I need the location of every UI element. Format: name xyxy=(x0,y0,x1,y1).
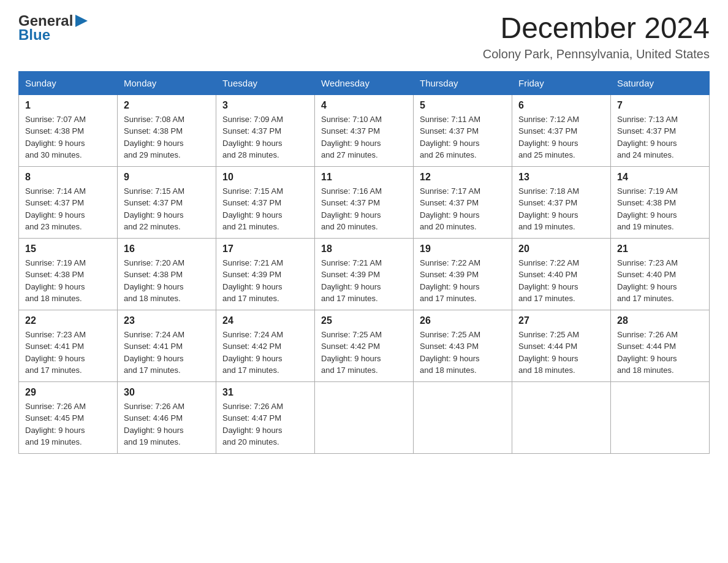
day-number: 26 xyxy=(420,315,506,326)
day-number: 27 xyxy=(518,315,604,326)
calendar-week-row: 1Sunrise: 7:07 AMSunset: 4:38 PMDaylight… xyxy=(19,94,710,166)
calendar-week-row: 29Sunrise: 7:26 AMSunset: 4:45 PMDayligh… xyxy=(19,381,710,453)
table-row: 13Sunrise: 7:18 AMSunset: 4:37 PMDayligh… xyxy=(512,166,611,238)
table-row: 26Sunrise: 7:25 AMSunset: 4:43 PMDayligh… xyxy=(414,310,512,381)
day-number: 4 xyxy=(321,100,407,111)
day-info: Sunrise: 7:15 AMSunset: 4:37 PMDaylight:… xyxy=(124,185,210,233)
day-info: Sunrise: 7:25 AMSunset: 4:43 PMDaylight:… xyxy=(420,329,506,377)
calendar-week-row: 22Sunrise: 7:23 AMSunset: 4:41 PMDayligh… xyxy=(19,310,710,381)
table-row: 3Sunrise: 7:09 AMSunset: 4:37 PMDaylight… xyxy=(216,94,315,166)
day-info: Sunrise: 7:19 AMSunset: 4:38 PMDaylight:… xyxy=(25,257,111,305)
day-info: Sunrise: 7:20 AMSunset: 4:38 PMDaylight:… xyxy=(124,257,210,305)
table-row: 14Sunrise: 7:19 AMSunset: 4:38 PMDayligh… xyxy=(611,166,710,238)
day-number: 7 xyxy=(617,100,703,111)
table-row: 27Sunrise: 7:25 AMSunset: 4:44 PMDayligh… xyxy=(512,310,611,381)
day-info: Sunrise: 7:18 AMSunset: 4:37 PMDaylight:… xyxy=(518,185,604,233)
table-row: 28Sunrise: 7:26 AMSunset: 4:44 PMDayligh… xyxy=(611,310,710,381)
day-number: 5 xyxy=(420,100,506,111)
page-header: GeneralBlue December 2024 Colony Park, P… xyxy=(18,12,710,61)
table-row xyxy=(315,381,414,453)
day-info: Sunrise: 7:21 AMSunset: 4:39 PMDaylight:… xyxy=(321,257,407,305)
day-info: Sunrise: 7:19 AMSunset: 4:38 PMDaylight:… xyxy=(617,185,703,233)
col-monday: Monday xyxy=(118,71,216,94)
day-number: 18 xyxy=(321,243,407,255)
table-row: 21Sunrise: 7:23 AMSunset: 4:40 PMDayligh… xyxy=(611,238,710,310)
day-info: Sunrise: 7:24 AMSunset: 4:41 PMDaylight:… xyxy=(124,329,210,377)
day-number: 16 xyxy=(124,243,210,255)
table-row: 8Sunrise: 7:14 AMSunset: 4:37 PMDaylight… xyxy=(19,166,118,238)
table-row: 17Sunrise: 7:21 AMSunset: 4:39 PMDayligh… xyxy=(216,238,315,310)
calendar-table: Sunday Monday Tuesday Wednesday Thursday… xyxy=(18,71,710,454)
day-number: 2 xyxy=(124,100,210,111)
day-number: 28 xyxy=(617,315,703,326)
day-info: Sunrise: 7:22 AMSunset: 4:40 PMDaylight:… xyxy=(518,257,604,305)
day-info: Sunrise: 7:21 AMSunset: 4:39 PMDaylight:… xyxy=(222,257,308,305)
day-number: 6 xyxy=(518,100,604,111)
table-row: 30Sunrise: 7:26 AMSunset: 4:46 PMDayligh… xyxy=(118,381,216,453)
table-row xyxy=(512,381,611,453)
table-row: 25Sunrise: 7:25 AMSunset: 4:42 PMDayligh… xyxy=(315,310,414,381)
table-row: 5Sunrise: 7:11 AMSunset: 4:37 PMDaylight… xyxy=(414,94,512,166)
day-number: 20 xyxy=(518,243,604,255)
day-info: Sunrise: 7:26 AMSunset: 4:45 PMDaylight:… xyxy=(25,400,111,448)
day-number: 15 xyxy=(25,243,111,255)
day-info: Sunrise: 7:08 AMSunset: 4:38 PMDaylight:… xyxy=(124,113,210,161)
day-number: 31 xyxy=(222,387,308,398)
svg-marker-0 xyxy=(75,15,88,27)
table-row: 16Sunrise: 7:20 AMSunset: 4:38 PMDayligh… xyxy=(118,238,216,310)
col-sunday: Sunday xyxy=(19,71,118,94)
table-row: 31Sunrise: 7:26 AMSunset: 4:47 PMDayligh… xyxy=(216,381,315,453)
day-number: 8 xyxy=(25,172,111,183)
day-info: Sunrise: 7:24 AMSunset: 4:42 PMDaylight:… xyxy=(222,329,308,377)
day-info: Sunrise: 7:22 AMSunset: 4:39 PMDaylight:… xyxy=(420,257,506,305)
day-info: Sunrise: 7:07 AMSunset: 4:38 PMDaylight:… xyxy=(25,113,111,161)
table-row: 29Sunrise: 7:26 AMSunset: 4:45 PMDayligh… xyxy=(19,381,118,453)
day-number: 13 xyxy=(518,172,604,183)
day-number: 17 xyxy=(222,243,308,255)
day-info: Sunrise: 7:15 AMSunset: 4:37 PMDaylight:… xyxy=(222,185,308,233)
day-info: Sunrise: 7:26 AMSunset: 4:47 PMDaylight:… xyxy=(222,400,308,448)
table-row: 20Sunrise: 7:22 AMSunset: 4:40 PMDayligh… xyxy=(512,238,611,310)
day-number: 9 xyxy=(124,172,210,183)
table-row: 1Sunrise: 7:07 AMSunset: 4:38 PMDaylight… xyxy=(19,94,118,166)
table-row: 23Sunrise: 7:24 AMSunset: 4:41 PMDayligh… xyxy=(118,310,216,381)
day-info: Sunrise: 7:14 AMSunset: 4:37 PMDaylight:… xyxy=(25,185,111,233)
table-row: 11Sunrise: 7:16 AMSunset: 4:37 PMDayligh… xyxy=(315,166,414,238)
table-row: 10Sunrise: 7:15 AMSunset: 4:37 PMDayligh… xyxy=(216,166,315,238)
day-info: Sunrise: 7:13 AMSunset: 4:37 PMDaylight:… xyxy=(617,113,703,161)
day-number: 3 xyxy=(222,100,308,111)
title-block: December 2024 Colony Park, Pennsylvania,… xyxy=(483,12,710,61)
table-row: 4Sunrise: 7:10 AMSunset: 4:37 PMDaylight… xyxy=(315,94,414,166)
day-info: Sunrise: 7:26 AMSunset: 4:44 PMDaylight:… xyxy=(617,329,703,377)
day-info: Sunrise: 7:23 AMSunset: 4:41 PMDaylight:… xyxy=(25,329,111,377)
table-row: 12Sunrise: 7:17 AMSunset: 4:37 PMDayligh… xyxy=(414,166,512,238)
day-info: Sunrise: 7:25 AMSunset: 4:44 PMDaylight:… xyxy=(518,329,604,377)
table-row: 18Sunrise: 7:21 AMSunset: 4:39 PMDayligh… xyxy=(315,238,414,310)
table-row: 9Sunrise: 7:15 AMSunset: 4:37 PMDaylight… xyxy=(118,166,216,238)
day-number: 14 xyxy=(617,172,703,183)
table-row: 7Sunrise: 7:13 AMSunset: 4:37 PMDaylight… xyxy=(611,94,710,166)
table-row: 24Sunrise: 7:24 AMSunset: 4:42 PMDayligh… xyxy=(216,310,315,381)
day-number: 19 xyxy=(420,243,506,255)
table-row xyxy=(611,381,710,453)
col-wednesday: Wednesday xyxy=(315,71,414,94)
day-number: 24 xyxy=(222,315,308,326)
day-number: 1 xyxy=(25,100,111,111)
day-number: 25 xyxy=(321,315,407,326)
calendar-week-row: 8Sunrise: 7:14 AMSunset: 4:37 PMDaylight… xyxy=(19,166,710,238)
col-saturday: Saturday xyxy=(611,71,710,94)
logo: GeneralBlue xyxy=(18,12,90,43)
table-row: 6Sunrise: 7:12 AMSunset: 4:37 PMDaylight… xyxy=(512,94,611,166)
day-number: 29 xyxy=(25,387,111,398)
day-number: 11 xyxy=(321,172,407,183)
day-info: Sunrise: 7:23 AMSunset: 4:40 PMDaylight:… xyxy=(617,257,703,305)
col-thursday: Thursday xyxy=(414,71,512,94)
day-number: 30 xyxy=(124,387,210,398)
day-info: Sunrise: 7:17 AMSunset: 4:37 PMDaylight:… xyxy=(420,185,506,233)
day-number: 23 xyxy=(124,315,210,326)
day-number: 22 xyxy=(25,315,111,326)
day-info: Sunrise: 7:25 AMSunset: 4:42 PMDaylight:… xyxy=(321,329,407,377)
day-number: 12 xyxy=(420,172,506,183)
month-title: December 2024 xyxy=(483,12,710,45)
col-friday: Friday xyxy=(512,71,611,94)
